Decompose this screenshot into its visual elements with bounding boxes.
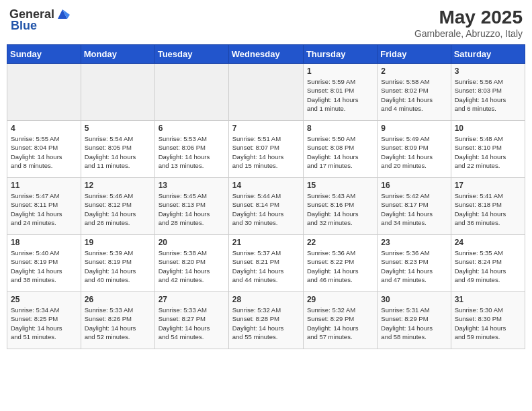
title-block: May 2025 Gamberale, Abruzzo, Italy [414,7,523,39]
day-info: Sunrise: 5:33 AMSunset: 8:26 PMDaylight:… [85,306,151,341]
day-info: Sunrise: 5:38 AMSunset: 8:20 PMDaylight:… [159,248,225,284]
day-info: Sunrise: 5:35 AMSunset: 8:24 PMDaylight:… [455,248,521,284]
col-header-sunday: Sunday [7,45,81,64]
calendar-cell: 5Sunrise: 5:54 AMSunset: 8:05 PMDaylight… [81,121,154,178]
day-number: 16 [381,181,447,190]
col-header-thursday: Thursday [303,45,377,64]
day-number: 2 [381,66,447,76]
calendar-cell: 16Sunrise: 5:42 AMSunset: 8:17 PMDayligh… [378,178,451,235]
day-info: Sunrise: 5:36 AMSunset: 8:22 PMDaylight:… [307,248,373,284]
day-number: 29 [307,295,373,304]
calendar-cell: 31Sunrise: 5:30 AMSunset: 8:30 PMDayligh… [451,292,525,349]
calendar-cell: 23Sunrise: 5:36 AMSunset: 8:23 PMDayligh… [378,235,451,292]
logo-blue: Blue [11,19,37,33]
calendar-week-row: 4Sunrise: 5:55 AMSunset: 8:04 PMDaylight… [7,121,525,178]
day-number: 22 [307,238,373,247]
calendar-week-row: 25Sunrise: 5:34 AMSunset: 8:25 PMDayligh… [7,292,525,349]
calendar-cell: 1Sunrise: 5:59 AMSunset: 8:01 PMDaylight… [303,64,377,121]
calendar-cell: 2Sunrise: 5:58 AMSunset: 8:02 PMDaylight… [378,64,451,121]
calendar-cell: 26Sunrise: 5:33 AMSunset: 8:26 PMDayligh… [81,292,154,349]
logo-icon [55,7,70,21]
calendar-table: SundayMondayTuesdayWednesdayThursdayFrid… [7,44,525,349]
day-info: Sunrise: 5:43 AMSunset: 8:16 PMDaylight:… [307,191,373,227]
calendar-cell: 17Sunrise: 5:41 AMSunset: 8:18 PMDayligh… [451,178,525,235]
day-info: Sunrise: 5:46 AMSunset: 8:12 PMDaylight:… [85,191,151,227]
day-info: Sunrise: 5:56 AMSunset: 8:03 PMDaylight:… [455,77,521,113]
day-info: Sunrise: 5:30 AMSunset: 8:30 PMDaylight:… [455,306,521,341]
calendar-cell: 13Sunrise: 5:45 AMSunset: 8:13 PMDayligh… [154,178,228,235]
calendar-header-row: SundayMondayTuesdayWednesdayThursdayFrid… [7,45,525,64]
day-info: Sunrise: 5:36 AMSunset: 8:23 PMDaylight:… [381,248,447,284]
day-info: Sunrise: 5:59 AMSunset: 8:01 PMDaylight:… [307,77,373,113]
day-number: 9 [381,124,447,133]
day-number: 7 [232,124,300,133]
calendar-cell: 19Sunrise: 5:39 AMSunset: 8:19 PMDayligh… [81,235,154,292]
month-year-title: May 2025 [414,7,523,28]
calendar-cell: 27Sunrise: 5:33 AMSunset: 8:27 PMDayligh… [154,292,228,349]
day-number: 17 [455,181,521,190]
day-number: 6 [159,124,225,133]
calendar-cell: 30Sunrise: 5:31 AMSunset: 8:29 PMDayligh… [378,292,451,349]
day-info: Sunrise: 5:33 AMSunset: 8:27 PMDaylight:… [159,306,225,341]
day-number: 15 [307,181,373,190]
calendar-cell: 29Sunrise: 5:32 AMSunset: 8:29 PMDayligh… [303,292,377,349]
calendar-week-row: 11Sunrise: 5:47 AMSunset: 8:11 PMDayligh… [7,178,525,235]
calendar-cell: 3Sunrise: 5:56 AMSunset: 8:03 PMDaylight… [451,64,525,121]
day-number: 11 [11,181,77,190]
calendar-cell: 25Sunrise: 5:34 AMSunset: 8:25 PMDayligh… [7,292,81,349]
page-header: General Blue May 2025 Gamberale, Abruzzo… [7,7,525,39]
calendar-cell: 21Sunrise: 5:37 AMSunset: 8:21 PMDayligh… [228,235,303,292]
day-info: Sunrise: 5:41 AMSunset: 8:18 PMDaylight:… [455,191,521,227]
calendar-cell [7,64,81,121]
col-header-tuesday: Tuesday [154,45,228,64]
calendar-cell: 4Sunrise: 5:55 AMSunset: 8:04 PMDaylight… [7,121,81,178]
day-number: 20 [159,238,225,247]
calendar-week-row: 1Sunrise: 5:59 AMSunset: 8:01 PMDaylight… [7,64,525,121]
calendar-cell: 11Sunrise: 5:47 AMSunset: 8:11 PMDayligh… [7,178,81,235]
calendar-cell: 10Sunrise: 5:48 AMSunset: 8:10 PMDayligh… [451,121,525,178]
day-info: Sunrise: 5:40 AMSunset: 8:19 PMDaylight:… [11,248,77,284]
day-info: Sunrise: 5:37 AMSunset: 8:21 PMDaylight:… [232,248,300,284]
calendar-cell: 20Sunrise: 5:38 AMSunset: 8:20 PMDayligh… [154,235,228,292]
day-number: 27 [159,295,225,304]
day-number: 26 [85,295,151,304]
day-info: Sunrise: 5:49 AMSunset: 8:09 PMDaylight:… [381,134,447,170]
day-number: 3 [455,66,521,76]
calendar-cell: 9Sunrise: 5:49 AMSunset: 8:09 PMDaylight… [378,121,451,178]
day-number: 12 [85,181,151,190]
day-number: 18 [11,238,77,247]
calendar-cell: 7Sunrise: 5:51 AMSunset: 8:07 PMDaylight… [228,121,303,178]
col-header-wednesday: Wednesday [228,45,303,64]
day-info: Sunrise: 5:51 AMSunset: 8:07 PMDaylight:… [232,134,300,170]
day-info: Sunrise: 5:44 AMSunset: 8:14 PMDaylight:… [232,191,300,227]
day-info: Sunrise: 5:54 AMSunset: 8:05 PMDaylight:… [85,134,151,170]
calendar-cell: 15Sunrise: 5:43 AMSunset: 8:16 PMDayligh… [303,178,377,235]
calendar-week-row: 18Sunrise: 5:40 AMSunset: 8:19 PMDayligh… [7,235,525,292]
day-number: 25 [11,295,77,304]
day-number: 4 [11,124,77,133]
calendar-cell [228,64,303,121]
day-info: Sunrise: 5:39 AMSunset: 8:19 PMDaylight:… [85,248,151,284]
col-header-saturday: Saturday [451,45,525,64]
day-number: 30 [381,295,447,304]
day-number: 21 [232,238,300,247]
day-info: Sunrise: 5:47 AMSunset: 8:11 PMDaylight:… [11,191,77,227]
day-number: 14 [232,181,300,190]
location-subtitle: Gamberale, Abruzzo, Italy [414,28,523,39]
day-info: Sunrise: 5:58 AMSunset: 8:02 PMDaylight:… [381,77,447,113]
day-number: 13 [159,181,225,190]
calendar-cell [81,64,154,121]
calendar-cell: 18Sunrise: 5:40 AMSunset: 8:19 PMDayligh… [7,235,81,292]
calendar-cell: 8Sunrise: 5:50 AMSunset: 8:08 PMDaylight… [303,121,377,178]
day-info: Sunrise: 5:45 AMSunset: 8:13 PMDaylight:… [159,191,225,227]
day-info: Sunrise: 5:50 AMSunset: 8:08 PMDaylight:… [307,134,373,170]
day-info: Sunrise: 5:31 AMSunset: 8:29 PMDaylight:… [381,306,447,341]
day-info: Sunrise: 5:55 AMSunset: 8:04 PMDaylight:… [11,134,77,170]
day-info: Sunrise: 5:32 AMSunset: 8:29 PMDaylight:… [307,306,373,341]
day-number: 5 [85,124,151,133]
logo: General Blue [9,7,70,33]
calendar-cell: 12Sunrise: 5:46 AMSunset: 8:12 PMDayligh… [81,178,154,235]
calendar-cell: 6Sunrise: 5:53 AMSunset: 8:06 PMDaylight… [154,121,228,178]
col-header-friday: Friday [378,45,451,64]
day-info: Sunrise: 5:53 AMSunset: 8:06 PMDaylight:… [159,134,225,170]
